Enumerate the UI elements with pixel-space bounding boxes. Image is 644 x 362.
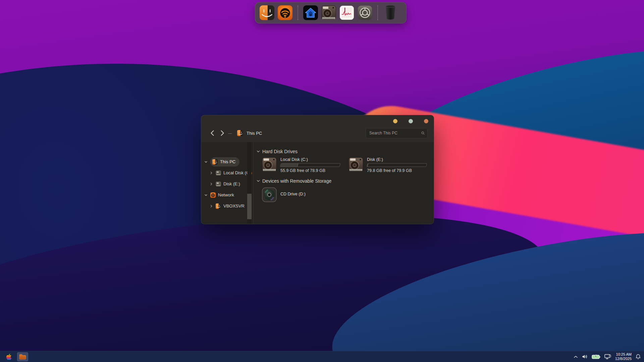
taskbar-app-file-explorer[interactable] [17,352,28,361]
dock [255,2,407,23]
recent-locations-chevron[interactable]: — [228,131,232,135]
drive-name: Local Disk (C:) [280,157,342,162]
dock-item-activity-monitor[interactable] [339,5,355,20]
folder-icon [19,354,26,360]
section-header-removable-storage: Devices with Removable Storage [256,178,430,184]
drive-tile-local-disk-c[interactable]: Local Disk (C:) 55.9 GB free of 78.9 GB [262,157,342,173]
search-input[interactable] [369,131,421,135]
navigation-pane: This PC Local Disk (C:) [201,142,253,224]
chevron-right-icon[interactable] [209,182,213,186]
sidebar-item-vboxsvr[interactable]: VBOXSVR [201,200,253,212]
sidebar-item-disk-e[interactable]: Disk (E:) [201,178,253,189]
trash-icon [384,5,397,21]
system-settings-icon [358,6,372,20]
home-app-icon [303,5,318,20]
drive-name: CD Drive (D:) [280,192,306,196]
hidden-icons-chevron[interactable] [574,355,578,358]
sidebar-item-local-disk-c[interactable]: Local Disk (C:) [201,167,253,178]
tray-date: 12/8/2025 [615,357,632,361]
apple-logo-icon [6,353,12,360]
sidebar-item-label: Network [218,192,234,197]
capacity-bar-fill [280,164,298,167]
close-button[interactable] [424,119,428,123]
taskbar: 10:25 AM 12/8/2025 [0,351,644,362]
tray-time: 10:25 AM [615,352,632,357]
section-header-hard-disk-drives: Hard Disk Drives [256,149,430,154]
server-icon [216,203,221,209]
battery-charging-icon[interactable] [592,354,600,359]
address-location: This PC [247,131,262,136]
content-pane: Hard Disk Drives [253,142,434,224]
dock-item-home-app[interactable] [303,5,318,20]
sidebar-item-this-pc[interactable]: This PC [201,156,253,167]
chevron-right-icon [220,130,224,136]
file-explorer-window: — This PC [201,115,434,224]
dock-item-hard-drive-app[interactable] [321,5,336,20]
window-titlebar[interactable] [201,115,434,127]
dock-item-network-app[interactable] [277,5,293,20]
navigation-bar: — This PC [201,127,434,142]
section-title: Devices with Removable Storage [262,178,331,184]
network-app-icon [278,5,292,20]
drive-capacity-text: 55.9 GB free of 78.9 GB [280,168,342,173]
system-tray: 10:25 AM 12/8/2025 [574,352,644,361]
network-icon [210,192,216,198]
finder-icon [260,5,274,20]
dock-item-trash[interactable] [383,5,398,20]
this-pc-icon [237,130,243,136]
drive-tile-cd-drive-d[interactable]: CD Drive (D:) [262,187,430,202]
volume-icon[interactable] [582,354,588,359]
chevron-down-icon[interactable] [204,193,208,197]
chevron-left-icon [210,130,214,136]
chevron-down-icon[interactable] [204,160,208,164]
start-button[interactable] [4,352,14,361]
address-bar[interactable]: This PC [237,130,262,136]
dock-separator [377,5,378,20]
hard-drive-app-icon [321,5,336,20]
hard-drive-icon [348,157,364,172]
search-box[interactable] [366,128,428,138]
sidebar-item-label: Disk (E:) [223,181,240,186]
capacity-bar [367,163,427,167]
chevron-right-icon[interactable] [209,171,213,175]
hard-drive-icon [262,157,277,172]
drive-tiles: Local Disk (C:) 55.9 GB free of 78.9 GB [262,157,430,173]
dock-item-finder[interactable] [259,5,275,20]
back-button[interactable] [207,128,217,138]
drive-name: Disk (E:) [367,157,429,162]
window-body: This PC Local Disk (C:) [201,142,434,224]
cd-drive-icon [262,187,277,202]
minimize-button[interactable] [393,119,397,123]
search-icon [421,131,425,135]
drive-capacity-text: 79.8 GB free of 79.9 GB [367,168,429,173]
maximize-button[interactable] [409,119,413,123]
forward-button[interactable] [217,128,227,138]
sidebar-scrollbar-track[interactable] [247,142,252,224]
activity-monitor-icon [340,6,354,20]
this-pc-icon [212,159,218,165]
dock-separator [298,5,298,20]
drive-tile-disk-e[interactable]: Disk (E:) 79.8 GB free of 79.9 GB [348,157,429,173]
collapse-chevron-icon[interactable] [256,179,260,183]
network-icon[interactable] [604,354,611,359]
capacity-bar [280,163,341,167]
sidebar-item-label: This PC [220,159,235,164]
sidebar-item-label: VBOXSVR [223,203,245,208]
drive-icon [216,181,221,187]
capacity-bar-fill [367,164,368,167]
collapse-chevron-icon[interactable] [256,149,260,154]
desktop: — This PC [0,0,644,362]
notifications-bell-icon[interactable] [636,354,641,359]
dock-item-system-settings[interactable] [357,5,373,20]
taskbar-clock[interactable]: 10:25 AM 12/8/2025 [615,352,632,361]
chevron-right-icon[interactable] [209,204,213,208]
sidebar-item-network[interactable]: Network [201,189,253,200]
sidebar-scrollbar-thumb[interactable] [247,194,252,219]
section-title: Hard Disk Drives [262,149,298,154]
drive-icon [216,170,221,176]
